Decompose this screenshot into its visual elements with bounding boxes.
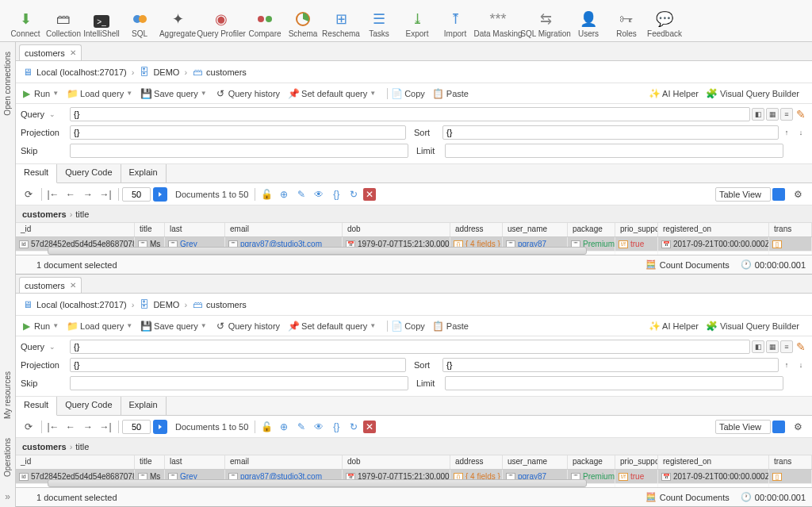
query-opt1-button[interactable]: ◧ [752,108,764,121]
breadcrumb-host[interactable]: Local (localhost:27017) [36,300,127,309]
delete-icon[interactable]: ✕ [363,188,376,201]
page-size-input[interactable] [122,420,151,434]
save-query-button[interactable]: 💾Save query▼ [140,88,207,99]
col-title[interactable]: title [135,223,165,236]
skip-input[interactable] [70,376,408,390]
intellishell-button[interactable]: >_IntelliShell [82,3,121,38]
save-query-button[interactable]: 💾Save query▼ [140,321,207,332]
json-icon[interactable]: {} [328,186,344,202]
view-doc-icon[interactable]: 👁 [311,186,327,202]
refresh-icon[interactable]: ⟳ [21,186,36,202]
projection-input[interactable] [70,125,406,140]
rail-my-resources[interactable]: My resources [3,362,12,428]
ai-helper-button[interactable]: ✨AI Helper [649,88,699,99]
run-button[interactable]: ▶Run▼ [21,88,59,99]
rail-operations[interactable]: Operations [3,428,12,486]
col-dob[interactable]: dob [343,223,450,236]
query-opt2-button[interactable]: ▦ [766,108,779,121]
tab-query-code[interactable]: Query Code [57,397,121,415]
col-username[interactable]: user_name [503,223,568,236]
count-documents-button[interactable]: 🧮Count Documents [645,492,730,502]
close-icon[interactable]: ✕ [70,281,76,290]
sort-input[interactable] [442,358,779,372]
tasks-button[interactable]: ☰Tasks [360,3,398,38]
first-page-icon[interactable]: |← [45,186,61,202]
copy-button[interactable]: 📄Copy [391,321,425,332]
sort-asc-icon[interactable]: ↑ [780,126,793,139]
count-documents-button[interactable]: 🧮Count Documents [645,259,730,270]
tab-explain[interactable]: Explain [121,397,167,415]
col-id[interactable]: _id [16,223,135,236]
refresh-icon[interactable]: ⟳ [21,419,36,435]
breadcrumb-host[interactable]: Local (localhost:27017) [36,67,127,77]
tab-result[interactable]: Result [16,397,57,416]
users-button[interactable]: 👤Users [569,3,607,38]
load-query-button[interactable]: 📁Load query▼ [67,321,132,332]
prev-page-icon[interactable]: ← [63,186,79,202]
connect-button[interactable]: ⬇Connect [6,3,44,38]
schema-button[interactable]: Schema [284,3,322,38]
visual-query-builder-button[interactable]: 🧩Visual Query Builder [707,88,799,99]
view-mode-toggle[interactable] [772,188,785,201]
reschema-button[interactable]: ⊞Reschema [322,3,360,38]
rail-expand-icon[interactable]: » [5,486,10,507]
page-go-button[interactable] [153,187,167,202]
breadcrumb-db[interactable]: DEMO [153,67,179,77]
query-profiler-button[interactable]: ◉Query Profiler [197,3,246,38]
view-mode-select[interactable]: Table View [715,420,771,434]
visual-query-builder-button[interactable]: 🧩Visual Query Builder [707,321,799,332]
close-icon[interactable]: ✕ [70,48,76,57]
col-package[interactable]: package [568,223,615,236]
set-default-query-button[interactable]: 📌Set default query▼ [288,321,376,332]
import-button[interactable]: ⤒Import [436,3,474,38]
export-button[interactable]: ⤓Export [398,3,436,38]
compare-button[interactable]: Compare [246,3,284,38]
tab-query-code[interactable]: Query Code [57,164,121,182]
brush-icon[interactable]: ✎ [795,108,807,121]
horizontal-scrollbar[interactable] [48,479,587,487]
query-opt3-button[interactable]: ≡ [780,108,793,121]
col-email[interactable]: email [225,223,343,236]
collection-button[interactable]: 🗃Collection [44,3,82,38]
query-history-button[interactable]: ↺Query history [215,88,280,99]
col-last[interactable]: last [165,223,225,236]
copy-button[interactable]: 📄Copy [391,88,425,99]
tab-explain[interactable]: Explain [121,164,167,182]
run-button[interactable]: ▶Run▼ [21,321,59,332]
limit-input[interactable] [445,376,783,390]
data-masking-button[interactable]: ***Data Masking [474,3,522,38]
col-trans[interactable]: trans [769,223,812,236]
col-priosupport[interactable]: prio_support [615,223,658,236]
sort-input[interactable] [442,125,779,140]
ai-helper-button[interactable]: ✨AI Helper [649,321,699,332]
chevron-down-icon[interactable]: ⌄ [49,110,56,118]
roles-button[interactable]: 🗝Roles [607,3,645,38]
horizontal-scrollbar[interactable] [48,247,587,255]
col-registeredon[interactable]: registered_on [658,223,769,236]
gear-icon[interactable]: ⚙ [790,186,806,202]
tab-customers[interactable]: customers✕ [19,44,82,60]
feedback-button[interactable]: 💬Feedback [645,3,684,38]
breadcrumb-collection[interactable]: customers [206,300,247,309]
breadcrumb-collection[interactable]: customers [206,67,247,77]
tab-result[interactable]: Result [16,164,57,183]
limit-input[interactable] [445,144,783,158]
paste-button[interactable]: 📋Paste [433,88,469,99]
rail-open-connections[interactable]: Open connections [3,42,12,125]
paste-button[interactable]: 📋Paste [433,321,469,332]
sort-desc-icon[interactable]: ↓ [795,126,807,139]
view-mode-select[interactable]: Table View [715,187,771,202]
tab-customers[interactable]: customers✕ [19,277,82,293]
last-page-icon[interactable]: →| [98,186,113,202]
sql-migration-button[interactable]: ⇆SQL Migration [522,3,569,38]
query-history-button[interactable]: ↺Query history [215,321,280,332]
sql-button[interactable]: SQL [121,3,159,38]
breadcrumb-db[interactable]: DEMO [153,300,179,309]
aggregate-button[interactable]: ✦Aggregate [159,3,197,38]
skip-input[interactable] [70,144,408,158]
load-query-button[interactable]: 📁Load query▼ [67,88,132,99]
page-size-input[interactable] [122,187,151,202]
add-doc-icon[interactable]: ⊕ [276,186,292,202]
next-page-icon[interactable]: → [80,186,96,202]
set-default-query-button[interactable]: 📌Set default query▼ [288,88,376,99]
